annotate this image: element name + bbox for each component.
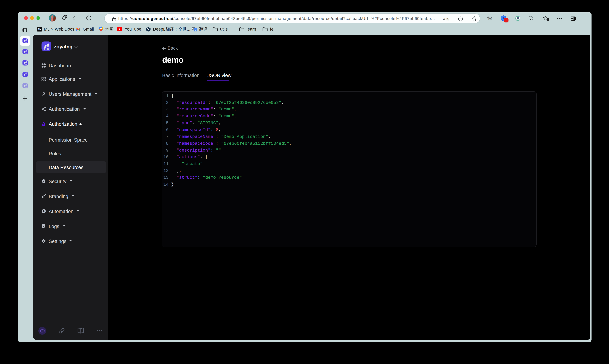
svg-text:A: A (42, 210, 44, 213)
svg-text:R: R (488, 16, 492, 21)
svg-text:文: 文 (194, 28, 197, 31)
svg-text:M: M (38, 28, 40, 31)
